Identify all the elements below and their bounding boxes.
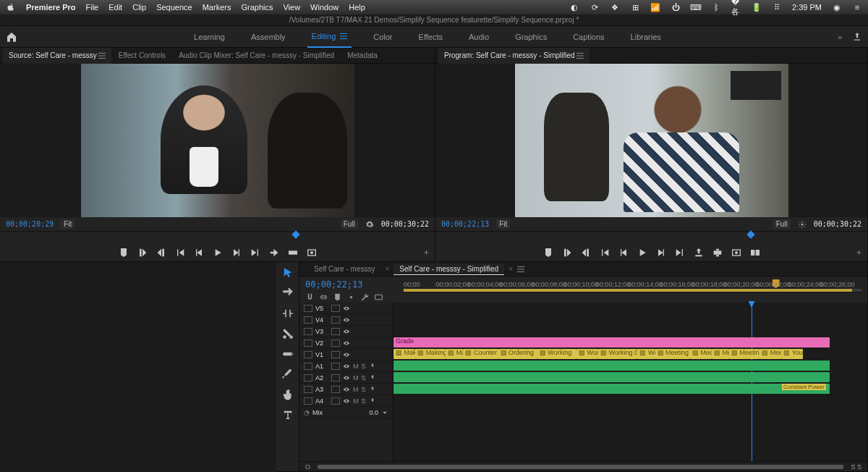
go-to-in-icon[interactable] [599, 247, 610, 258]
video-clip[interactable]: ▧ Making C [393, 349, 415, 359]
wrench-icon[interactable] [360, 292, 370, 302]
track-target[interactable] [304, 397, 312, 405]
menu-file[interactable]: File [85, 3, 98, 12]
eye-icon[interactable] [343, 374, 350, 382]
source-playhead[interactable] [292, 230, 299, 238]
video-clip[interactable]: ▧ Ordering [498, 349, 537, 359]
hand-tool-icon[interactable] [281, 388, 294, 401]
export-icon[interactable] [852, 32, 862, 42]
step-forward-icon[interactable] [231, 247, 242, 258]
video-clip[interactable]: ▧ You ba [781, 349, 803, 359]
add-marker-icon[interactable] [118, 247, 129, 258]
menu-edit[interactable]: Edit [109, 3, 122, 12]
hamburger-icon[interactable] [98, 52, 106, 59]
menu-graphics[interactable]: Graphics [241, 3, 273, 12]
status-icon[interactable]: 📶 [650, 2, 660, 12]
razor-tool-icon[interactable] [281, 327, 294, 340]
eye-icon[interactable] [343, 305, 350, 312]
video-clip[interactable]: ▧ Meeting 0 [729, 349, 760, 359]
workspace-editing[interactable]: Editing [307, 26, 352, 48]
cc-icon[interactable] [374, 292, 383, 302]
workspace-libraries[interactable]: Libraries [626, 26, 665, 48]
menu-clip[interactable]: Clip [132, 3, 146, 12]
step-back-icon[interactable] [193, 247, 205, 258]
linked-selection-icon[interactable] [319, 292, 328, 302]
eye-icon[interactable] [343, 351, 350, 358]
menu-sequence[interactable]: Sequence [156, 3, 192, 12]
track-lock[interactable] [331, 316, 340, 324]
tl-footer-right[interactable]: S S [851, 463, 861, 471]
snap-icon[interactable] [305, 292, 315, 302]
program-tc-current[interactable]: 00;00;22;13 [441, 220, 489, 228]
source-tc-current[interactable]: 00;00;20;29 [6, 220, 54, 228]
track-header[interactable]: V5 [299, 303, 393, 314]
eye-icon[interactable] [343, 363, 350, 370]
track-lock[interactable] [331, 305, 340, 312]
hamburger-icon[interactable] [517, 266, 524, 273]
track-header[interactable]: A4 M S [299, 395, 393, 407]
timeline-hscroll[interactable] [318, 465, 843, 469]
track-lock[interactable] [331, 363, 340, 370]
track-header[interactable]: V2 [299, 337, 393, 349]
status-icon[interactable]: ⏻ [671, 2, 681, 12]
track-target[interactable] [304, 340, 312, 347]
video-clip[interactable]: ▧ Meeting 02 [655, 349, 690, 359]
siri-icon[interactable]: ◉ [832, 2, 842, 12]
track-header[interactable]: V3 [299, 326, 393, 337]
source-zoom-select[interactable]: Fit [61, 219, 75, 229]
status-icon[interactable]: ⊞ [630, 2, 640, 12]
program-zoom-select[interactable]: Fit [496, 219, 510, 229]
tab-source[interactable]: Source: Self Care - messsy [3, 48, 111, 64]
ripple-tool-icon[interactable] [281, 307, 294, 320]
track-header[interactable]: A2 M S [299, 372, 393, 384]
insert-icon[interactable] [268, 247, 280, 258]
play-icon[interactable] [212, 247, 224, 258]
status-icon[interactable]: ⟳ [590, 2, 600, 12]
export-frame-icon[interactable] [306, 247, 318, 258]
track-target[interactable] [304, 305, 312, 312]
video-clip[interactable]: ▧ Making C [415, 349, 446, 359]
expand-icon[interactable] [381, 409, 388, 416]
track-header[interactable]: V4 [299, 314, 393, 326]
mic-icon[interactable] [369, 386, 376, 393]
timeline-ruler[interactable]: 00;0000;00;02;0000;00;04;0000;00;06;0000… [404, 279, 861, 292]
extract-icon[interactable] [712, 247, 723, 258]
audio-clip[interactable] [393, 384, 830, 394]
mic-icon[interactable] [369, 363, 376, 370]
status-icon[interactable]: ᛒ [711, 2, 721, 12]
wifi-icon[interactable]: �各 [731, 2, 741, 12]
track-target[interactable] [304, 374, 312, 382]
track-target[interactable] [304, 328, 312, 335]
track-target[interactable] [304, 351, 312, 358]
mark-out-icon[interactable] [580, 247, 592, 258]
video-clip[interactable]: ▧ Meeti [690, 349, 712, 359]
selection-tool-icon[interactable] [281, 266, 294, 279]
video-clip[interactable]: ▧ Working 01 [598, 349, 637, 359]
step-forward-icon[interactable] [655, 247, 667, 258]
workspace-learning[interactable]: Learning [190, 26, 229, 48]
menu-view[interactable]: View [283, 3, 300, 12]
home-icon[interactable] [6, 31, 17, 43]
status-icon[interactable]: ❖ [610, 2, 620, 12]
go-to-out-icon[interactable] [250, 247, 261, 258]
hamburger-icon[interactable] [576, 52, 584, 59]
track-target[interactable] [304, 316, 312, 324]
track-select-tool-icon[interactable] [281, 287, 294, 300]
source-ruler[interactable] [0, 231, 435, 243]
workspace-graphics[interactable]: Graphics [511, 26, 551, 48]
settings-icon[interactable] [365, 220, 374, 229]
type-tool-icon[interactable] [281, 408, 294, 421]
video-clip[interactable]: ▧ Meeti [712, 349, 729, 359]
go-to-out-icon[interactable] [674, 247, 686, 258]
audio-clip[interactable] [393, 372, 830, 382]
track-lock[interactable] [331, 340, 340, 347]
track-lock[interactable] [331, 397, 340, 405]
mark-out-icon[interactable] [156, 247, 167, 258]
tab-program[interactable]: Program: Self Care - messsy - Simplified [438, 48, 590, 64]
program-playhead[interactable] [746, 230, 754, 238]
tab-effect-controls[interactable]: Effect Controls [113, 48, 171, 64]
mic-icon[interactable] [369, 374, 376, 382]
add-marker-icon[interactable] [542, 247, 554, 258]
app-name[interactable]: Premiere Pro [26, 3, 75, 12]
mic-icon[interactable] [369, 397, 376, 405]
